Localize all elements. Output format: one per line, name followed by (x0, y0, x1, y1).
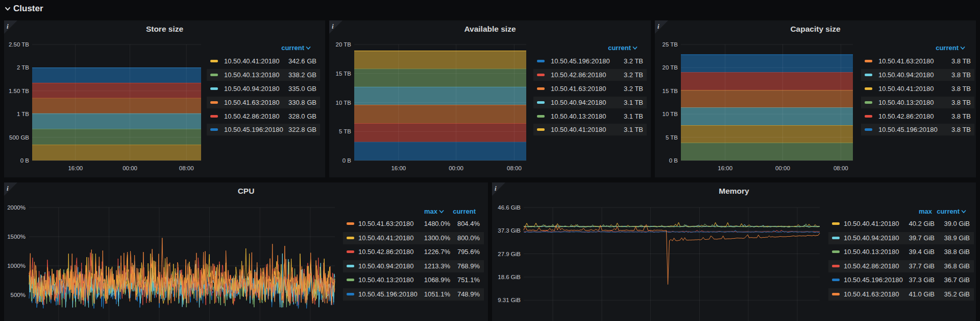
svg-text:2 TB: 2 TB (17, 64, 29, 71)
svg-text:0 B: 0 B (20, 157, 30, 164)
svg-text:1 TB: 1 TB (17, 111, 29, 117)
svg-text:15 TB: 15 TB (336, 71, 352, 77)
svg-text:00:00: 00:00 (775, 165, 790, 171)
svg-text:5 TB: 5 TB (666, 134, 678, 141)
svg-text:16:00: 16:00 (391, 165, 406, 171)
svg-text:0 B: 0 B (342, 157, 352, 164)
svg-text:20 TB: 20 TB (663, 64, 678, 71)
svg-text:27.9 GiB: 27.9 GiB (498, 251, 521, 257)
svg-text:2.50 TB: 2.50 TB (9, 41, 29, 48)
svg-text:08:00: 08:00 (834, 165, 848, 171)
svg-text:18.6 GiB: 18.6 GiB (498, 274, 521, 280)
svg-text:5 TB: 5 TB (339, 128, 351, 134)
svg-text:16:00: 16:00 (68, 165, 83, 171)
svg-text:0 B: 0 B (669, 157, 678, 164)
svg-text:500%: 500% (11, 292, 26, 298)
svg-text:2000%: 2000% (7, 204, 26, 211)
svg-text:1500%: 1500% (7, 234, 26, 240)
svg-text:500 GB: 500 GB (9, 134, 29, 141)
svg-text:20 TB: 20 TB (336, 41, 352, 48)
svg-text:00:00: 00:00 (449, 165, 463, 171)
svg-text:1000%: 1000% (7, 263, 26, 269)
svg-text:46.6 GiB: 46.6 GiB (498, 204, 521, 211)
svg-text:25 TB: 25 TB (663, 41, 678, 48)
svg-text:37.3 GiB: 37.3 GiB (498, 227, 521, 234)
svg-text:16:00: 16:00 (718, 165, 732, 171)
svg-text:10 TB: 10 TB (663, 111, 678, 117)
svg-text:08:00: 08:00 (179, 165, 194, 171)
svg-text:10 TB: 10 TB (336, 100, 352, 106)
svg-text:9.31 GiB: 9.31 GiB (498, 297, 521, 303)
svg-text:08:00: 08:00 (507, 165, 522, 171)
svg-text:1.50 TB: 1.50 TB (9, 88, 29, 94)
svg-text:15 TB: 15 TB (663, 88, 678, 94)
svg-text:00:00: 00:00 (122, 165, 137, 171)
